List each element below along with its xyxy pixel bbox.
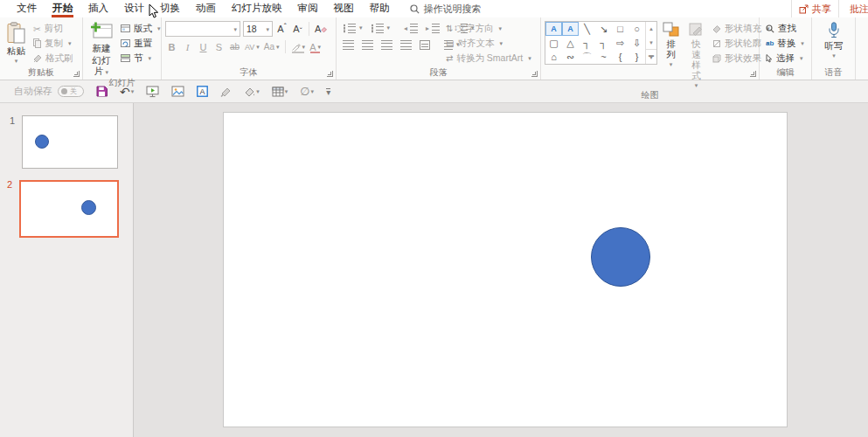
section-button[interactable]: 节 (118, 51, 163, 66)
shape-freeform-icon[interactable]: ⌂ (545, 50, 562, 64)
tab-view[interactable]: 视图 (326, 0, 362, 17)
arrange-button[interactable]: 排列 ▾ (659, 21, 683, 68)
qat-shape-fill-button[interactable]: ▾ (244, 87, 260, 97)
bold-button[interactable]: B (165, 39, 178, 54)
italic-button[interactable]: I (181, 39, 194, 54)
text-shadow-button[interactable]: S (212, 39, 226, 54)
shape-textbox-horizontal-icon[interactable]: A (545, 22, 562, 36)
numbering-button[interactable] (368, 21, 393, 35)
font-dialog-launcher[interactable] (327, 71, 333, 77)
shape-triangle-icon[interactable]: △ (562, 36, 579, 50)
shape-textbox-vertical-icon[interactable]: A (562, 22, 579, 36)
gallery-more-icon[interactable]: ▬▼ (646, 49, 656, 64)
cut-button[interactable]: ✂剪切 (31, 21, 76, 36)
shape-elbow-connector-icon[interactable]: ┐ (579, 36, 595, 50)
gallery-scroll-down-icon[interactable]: ▼ (646, 36, 656, 50)
align-text-button[interactable]: ▤对齐文本 (443, 36, 534, 51)
qat-no-fill-button[interactable]: ∅▾ (300, 85, 314, 98)
character-spacing-button[interactable]: AV (244, 39, 260, 54)
drawing-dialog-launcher[interactable] (750, 71, 756, 77)
underline-button[interactable]: U (197, 39, 210, 54)
qat-format-painter-button[interactable] (220, 87, 232, 97)
group-drawing: A A ╲ ↘ □ ○ ▢ △ ┐ ┐ ⇨ ⇩ ⌂ ∾ ⌒ (541, 17, 760, 80)
clipboard-dialog-launcher[interactable] (73, 71, 80, 77)
tab-insert[interactable]: 插入 (80, 0, 116, 17)
shape-rounded-rectangle-icon[interactable]: ▢ (545, 36, 562, 50)
new-slide-button[interactable]: 新建 幻灯片 ▾ (87, 21, 116, 77)
share-button[interactable]: 共享 (791, 0, 838, 17)
shape-arrow-right-icon[interactable]: ⇨ (612, 36, 628, 50)
paste-button[interactable]: 粘贴 ▾ (3, 21, 29, 65)
decrease-indent-button[interactable] (401, 21, 420, 35)
font-color-button[interactable]: A (309, 39, 322, 54)
find-button[interactable]: 查找 (763, 21, 807, 36)
replace-button[interactable]: ab替换 (763, 36, 807, 51)
shape-brace-left-icon[interactable]: { (612, 50, 628, 64)
strikethrough-button[interactable]: ab (228, 39, 241, 54)
text-highlight-button[interactable] (290, 39, 307, 54)
shape-line-icon[interactable]: ╲ (579, 22, 595, 36)
new-slide-icon (90, 22, 113, 41)
qat-brush-icon (220, 87, 232, 97)
grow-font-button[interactable]: A (275, 22, 288, 37)
shape-gallery-scrollbar[interactable]: ▲ ▼ ▬▼ (645, 22, 656, 64)
shape-brace-right-icon[interactable]: } (628, 50, 645, 64)
shape-rectangle-icon[interactable]: □ (612, 22, 628, 36)
shape-scribble-icon[interactable]: ∾ (562, 50, 579, 64)
slide-thumbnail-panel[interactable]: 1 2 (0, 103, 134, 437)
reset-icon (121, 39, 130, 47)
change-case-button[interactable]: Aa (263, 39, 281, 54)
align-right-button[interactable] (378, 38, 395, 52)
shape-arc-icon[interactable]: ⌒ (579, 50, 595, 64)
insert-textbox-button[interactable]: A (197, 86, 208, 97)
shape-line-arrow-icon[interactable]: ↘ (595, 22, 612, 36)
autosave-toggle[interactable]: 关 (58, 86, 84, 97)
shape-elbow-arrow-connector-icon[interactable]: ┐ (595, 36, 612, 50)
gallery-scroll-up-icon[interactable]: ▲ (646, 22, 656, 36)
voice-group-label: 语音 (812, 66, 855, 80)
align-center-button[interactable] (359, 38, 376, 52)
font-size-combo[interactable]: 18▾ (243, 21, 273, 37)
clear-formatting-button[interactable]: A (314, 22, 328, 37)
reset-button[interactable]: 重置 (118, 36, 163, 51)
slide-shape-oval[interactable] (591, 227, 650, 287)
tab-slideshow[interactable]: 幻灯片放映 (224, 0, 290, 17)
autosave-label: 自动保存 (14, 85, 52, 98)
autosave-control[interactable]: 自动保存 关 (14, 85, 84, 98)
comments-button[interactable]: 批注 (838, 0, 868, 17)
select-button[interactable]: 选择 (763, 51, 807, 66)
font-name-combo[interactable]: ▾ (165, 21, 240, 37)
shape-oval-icon[interactable]: ○ (628, 22, 645, 36)
slide-editor-area[interactable] (134, 103, 868, 437)
qat-table-button[interactable]: ▾ (272, 87, 288, 97)
highlight-pen-icon (291, 42, 301, 52)
columns-button[interactable] (417, 38, 433, 52)
increase-indent-button[interactable] (423, 21, 442, 35)
justify-button[interactable] (398, 38, 414, 52)
paragraph-dialog-launcher[interactable] (531, 71, 538, 77)
convert-smartart-button[interactable]: ⇄转换为 SmartArt (443, 51, 534, 66)
tab-animations[interactable]: 动画 (188, 0, 224, 17)
tab-help[interactable]: 帮助 (362, 0, 398, 17)
shape-arrow-down-icon[interactable]: ⇩ (628, 36, 645, 50)
bullets-button[interactable] (340, 21, 365, 35)
slide-1-thumbnail[interactable] (22, 115, 118, 169)
slide-2-thumbnail[interactable] (19, 180, 119, 238)
shape-curve-icon[interactable]: ~ (595, 50, 612, 64)
customize-qat-button[interactable]: ▾ (326, 88, 330, 95)
tell-me-search[interactable]: 操作说明搜索 (410, 3, 482, 16)
shrink-font-button[interactable]: A (291, 22, 304, 37)
layout-button[interactable]: 版式 (118, 21, 163, 36)
tab-review[interactable]: 审阅 (290, 0, 326, 17)
tab-home[interactable]: 开始 (45, 0, 80, 17)
tab-file[interactable]: 文件 (9, 0, 45, 17)
dictate-button[interactable]: 听写 ▾ (822, 21, 847, 59)
slide-canvas[interactable] (223, 112, 788, 427)
insert-picture-button[interactable] (171, 86, 184, 97)
quick-styles-button[interactable]: 快速样式 ▾ (684, 21, 708, 89)
align-left-button[interactable] (340, 38, 357, 52)
format-painter-button[interactable]: 格式刷 (31, 51, 76, 66)
tab-design[interactable]: 设计 (116, 0, 152, 17)
copy-button[interactable]: 复制 (31, 36, 76, 51)
font-size-value: 18 (247, 24, 257, 34)
